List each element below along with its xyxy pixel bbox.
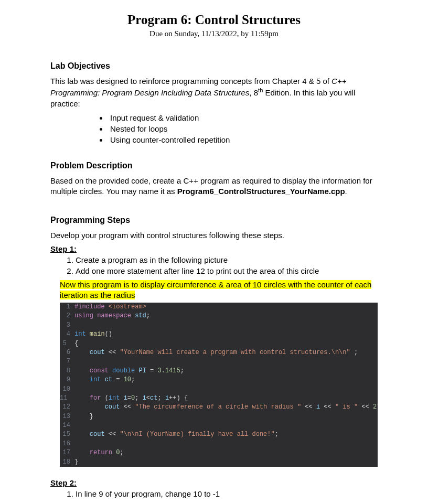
edition-pre: , 8 [249, 88, 258, 97]
steps-heading: Programming Steps [50, 216, 378, 225]
problem-filename: Program6_ControlStructures_YourName.cpp [177, 187, 345, 196]
line-number: 8 [60, 367, 74, 376]
code-line: 10 [60, 385, 378, 394]
code-content [74, 439, 378, 448]
bullet-item: Using counter-controlled repetition [108, 134, 378, 145]
code-content [74, 385, 378, 394]
line-number: 18 [60, 458, 74, 467]
code-line: 4int main() [60, 330, 378, 339]
problem-post: . [345, 187, 347, 196]
line-number: 3 [60, 321, 74, 330]
code-line: 13 } [60, 412, 378, 421]
line-number: 1 [60, 303, 74, 312]
code-line: 14 [60, 421, 378, 430]
code-content: cout << "\n\nI (YourName) finally have a… [74, 430, 378, 439]
code-content: } [74, 458, 378, 467]
line-number: 9 [60, 376, 74, 384]
code-content: } [74, 412, 378, 421]
code-content: #include <iostream> [74, 303, 378, 312]
line-number: 6 [60, 348, 74, 357]
step2-label: Step 2: [50, 478, 378, 487]
code-line: 3 [60, 321, 378, 330]
code-line: 2using namespace std; [60, 312, 378, 320]
line-number: 16 [60, 439, 74, 448]
code-content: cout << "YourName will create a program … [74, 348, 378, 357]
step1-highlight: Now this program is to display circumfer… [60, 280, 378, 301]
page-title: Program 6: Control Structures [50, 13, 378, 27]
code-line: 11 for (int i=0; i<ct; i++) { [60, 394, 378, 403]
code-line: 17 return 0; [60, 448, 378, 457]
list-item: Create a program as in the following pic… [76, 254, 378, 265]
code-content [74, 321, 378, 330]
lab-objectives-intro: This lab was designed to reinforce progr… [50, 76, 378, 109]
due-line: Due on Sunday, 11/13/2022, by 11:59pm [50, 29, 378, 38]
lab-objectives-heading: Lab Objectives [50, 61, 378, 71]
line-number: 7 [60, 357, 74, 366]
list-item: Add one more statement after line 12 to … [76, 265, 378, 276]
code-line: 12 cout << "The circumference of a circl… [60, 403, 378, 412]
code-content: int ct = 10; [74, 376, 378, 384]
code-line: 16 [60, 439, 378, 448]
lab-intro-pre: This lab was designed to reinforce progr… [50, 77, 331, 85]
code-line: 8 const double PI = 3.1415; [60, 367, 378, 376]
list-item: In line 9 of your program, change 10 to … [76, 488, 378, 499]
edition-sup: th [258, 87, 263, 93]
step1-label: Step 1: [50, 244, 378, 253]
line-number: 5 [60, 339, 74, 348]
document-page: Program 6: Control Structures Due on Sun… [0, 0, 428, 504]
code-content: using namespace std; [74, 312, 378, 320]
code-content: cout << "The circumference of a circle w… [74, 403, 378, 412]
line-number: 4 [60, 330, 74, 339]
code-line: 15 cout << "\n\nI (YourName) finally hav… [60, 430, 378, 439]
bullet-item: Input request & validation [108, 112, 378, 123]
line-number: 15 [60, 430, 74, 439]
code-content [74, 357, 378, 366]
line-number: 11 [60, 394, 74, 403]
code-content: { [74, 339, 378, 348]
line-number: 10 [60, 385, 74, 394]
code-line: 6 cout << "YourName will create a progra… [60, 348, 378, 357]
code-line: 1#include <iostream> [60, 303, 378, 312]
lab-bullets: Input request & validation Nested for lo… [50, 112, 378, 145]
line-number: 2 [60, 312, 74, 320]
step2-list: In line 9 of your program, change 10 to … [50, 488, 378, 499]
problem-heading: Problem Description [50, 161, 378, 170]
step1-list: Create a program as in the following pic… [50, 254, 378, 276]
code-content: int main() [74, 330, 378, 339]
code-line: 9 int ct = 10; [60, 376, 378, 384]
line-number: 13 [60, 412, 74, 421]
code-line: 5 { [60, 339, 378, 348]
code-content: return 0; [74, 448, 378, 457]
bullet-item: Nested for loops [108, 123, 378, 134]
code-line: 18} [60, 458, 378, 467]
code-screenshot: 1#include <iostream>2using namespace std… [60, 303, 378, 467]
highlight-text: Now this program is to display circumfer… [60, 280, 371, 299]
line-number: 17 [60, 448, 74, 457]
problem-text: Based on the provided code, create a C++… [50, 176, 378, 197]
code-line: 7 [60, 357, 378, 366]
code-content: for (int i=0; i<ct; i++) { [74, 394, 378, 403]
steps-intro: Develop your program with control struct… [50, 230, 378, 241]
line-number: 14 [60, 421, 74, 430]
code-content [74, 421, 378, 430]
code-content: const double PI = 3.1415; [74, 367, 378, 376]
line-number: 12 [60, 403, 74, 412]
